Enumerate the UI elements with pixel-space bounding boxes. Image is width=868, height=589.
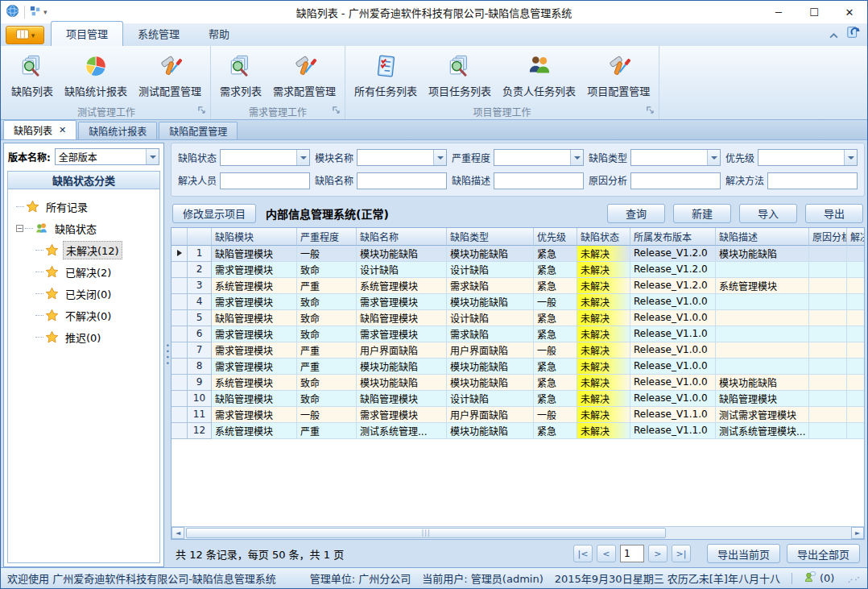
table-cell[interactable]: Release_V1.0.0 [630,342,716,359]
table-cell[interactable]: 需求缺陷 [447,326,534,342]
table-cell[interactable]: 模块功能缺陷 [357,375,447,391]
doc-tab-1[interactable]: 缺陷统计报表 [78,122,157,139]
table-cell[interactable]: Release_V1.1.0 [630,326,716,342]
scroll-right-icon[interactable]: ► [851,527,864,539]
table-row-9[interactable]: 9系统管理模块致命模块功能缺陷模块功能缺陷紧急未解决Release_V1.0.0… [172,375,864,391]
table-cell[interactable] [716,359,809,375]
table-cell[interactable]: 致命 [297,310,357,326]
table-row-3[interactable]: 3系统管理模块严重系统管理模块需求缺陷紧急未解决Release_V1.2.0系统… [172,278,864,294]
table-cell[interactable]: 未解决 [577,423,630,439]
grid-column-header-4[interactable]: 缺陷名称 [357,228,447,246]
table-cell[interactable]: 未解决 [577,407,630,423]
table-cell[interactable]: 需求管理模块 [212,407,297,423]
sync-help-icon[interactable] [846,25,861,43]
table-cell[interactable]: 未解决 [577,375,630,391]
ribbon-button[interactable]: 项目配置管理 [581,48,655,100]
horizontal-scrollbar[interactable]: ◄ ||| ► [172,526,864,539]
table-cell[interactable]: 模块功能缺陷 [447,375,534,391]
table-cell[interactable] [847,375,864,391]
table-cell[interactable]: 未解决 [577,278,630,294]
table-cell[interactable]: 需求缺陷 [447,278,534,294]
table-cell[interactable] [847,294,864,310]
filter-input[interactable] [767,172,858,189]
table-cell[interactable] [809,342,847,359]
table-row-6[interactable]: 6需求管理模块致命需求管理模块需求缺陷紧急未解决Release_V1.1.0 [172,326,864,342]
quick-access-toolbar-button[interactable]: ▾ [30,5,48,20]
table-cell[interactable]: 设计缺陷 [357,262,447,278]
table-cell[interactable]: 致命 [297,326,357,342]
table-cell[interactable]: 需求管理模块 [212,294,297,310]
row-selector-cell[interactable] [172,294,188,310]
table-row-10[interactable]: 10缺陷管理模块致命缺陷管理模块设计缺陷紧急未解决Release_V1.0.0缺… [172,391,864,407]
grid-column-header-3[interactable]: 严重程度 [297,228,357,246]
tree-item-4[interactable]: 已关闭(0) [16,283,158,305]
table-row-1[interactable]: 1缺陷管理模块一般模块功能缺陷模块功能缺陷紧急未解决Release_V1.2.0… [172,246,864,262]
row-selector-cell[interactable] [172,423,188,439]
table-cell[interactable]: 严重 [297,278,357,294]
resize-grip[interactable]: ⡠⠔ [847,574,861,583]
table-cell[interactable]: 用户界面缺陷 [447,407,534,423]
table-cell[interactable]: 致命 [297,391,357,407]
table-cell[interactable]: 未解决 [577,294,630,310]
chevron-down-icon[interactable] [146,149,159,164]
tree-item-2[interactable]: 未解决(12) [16,239,158,261]
table-cell[interactable] [847,278,864,294]
table-cell[interactable]: 模块功能缺陷 [357,359,447,375]
table-cell[interactable]: 设计缺陷 [447,310,534,326]
close-icon[interactable]: ✕ [59,125,66,135]
minimize-button[interactable]: ─ [761,1,796,23]
table-cell[interactable]: 测试系统管理... [357,423,447,439]
table-cell[interactable]: 严重 [297,359,357,375]
table-cell[interactable]: 需求管理模块 [357,294,447,310]
table-cell[interactable]: 缺陷管理模块 [212,391,297,407]
last-page-button[interactable]: >| [672,545,691,562]
table-cell[interactable]: Release_V1.2.0 [630,278,716,294]
table-cell[interactable]: 需求管理模块 [212,342,297,359]
table-cell[interactable]: 未解决 [577,262,630,278]
grid-column-header-1[interactable] [188,228,212,246]
table-cell[interactable]: 缺陷管理模块 [357,391,447,407]
scrollbar-track[interactable]: ||| [184,527,851,539]
ribbon-button[interactable]: 测试配置管理 [133,48,207,100]
table-cell[interactable]: 未解决 [577,310,630,326]
filter-input[interactable] [357,172,447,189]
table-cell[interactable] [809,262,847,278]
table-cell[interactable]: 紧急 [534,326,577,342]
table-cell[interactable]: 需求管理模块 [212,359,297,375]
table-cell[interactable] [847,391,864,407]
grid-column-header-5[interactable]: 缺陷类型 [447,228,534,246]
table-cell[interactable]: 缺陷管理模块 [716,391,809,407]
chevron-down-icon[interactable] [707,150,720,165]
row-selector-cell[interactable] [172,278,188,294]
table-cell[interactable] [716,294,809,310]
doc-tab-0[interactable]: 缺陷列表✕ [3,120,76,139]
grid-column-header-6[interactable]: 优先级 [534,228,577,246]
filter-select[interactable] [758,149,858,166]
tree-item-6[interactable]: 推迟(0) [16,326,158,348]
ribbon-tab-0[interactable]: 项目管理 [51,21,123,46]
splitter-handle[interactable]: •••• [164,143,171,567]
page-number-input[interactable] [620,545,644,562]
table-cell[interactable]: 紧急 [534,310,577,326]
table-cell[interactable]: 未解决 [577,342,630,359]
table-cell[interactable]: 需求管理模块 [212,262,297,278]
table-cell[interactable]: 需求管理模块 [357,326,447,342]
table-cell[interactable] [716,310,809,326]
table-cell[interactable]: 一般 [534,342,577,359]
modify-display-columns-button[interactable]: 修改显示项目 [172,204,256,223]
table-cell[interactable]: 一般 [534,407,577,423]
table-cell[interactable]: 紧急 [534,246,577,262]
table-cell[interactable] [847,246,864,262]
table-cell[interactable] [847,342,864,359]
tree-expander-icon[interactable]: − [16,225,23,232]
row-selector-cell[interactable] [172,326,188,342]
dialog-launcher-icon[interactable] [647,105,654,116]
table-cell[interactable]: 系统管理模块 [212,375,297,391]
table-cell[interactable]: 系统管理模块 [212,423,297,439]
close-button[interactable]: ✕ [832,1,867,23]
tree-item-1[interactable]: −缺陷状态 [16,218,158,239]
table-cell[interactable]: 一般 [297,407,357,423]
tree-item-3[interactable]: 已解决(2) [16,261,158,283]
grid-column-header-0[interactable] [172,228,188,246]
row-selector-cell[interactable] [172,310,188,326]
